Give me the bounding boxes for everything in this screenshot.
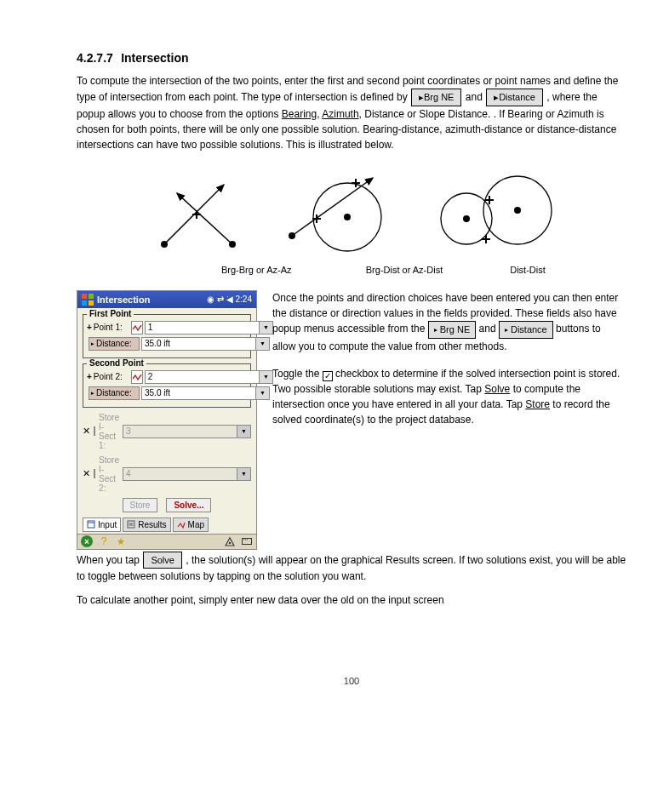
signal-icon: ⇄ [217,294,224,304]
heading-number: 4.2.7.7 [77,51,113,65]
label-distdist: Dist-Dist [468,265,587,275]
windows-logo-icon [82,294,94,306]
point1-label: Point 1: [94,323,129,332]
store-isect1-row: ✕ Store I-Sect 1: ▼ [83,413,251,450]
distance-button-ref: ▸Distance [486,89,543,106]
sync-icon: ◉ [207,294,214,304]
opt-bearing: Bearing [282,108,317,120]
dropdown-button[interactable]: ▼ [256,386,270,400]
point2-label: Point 2: [94,372,129,381]
section-heading: 4.2.7.7 Intersection [77,51,626,65]
page-number: 100 [77,676,626,686]
svg-point-2 [161,241,168,248]
window-title: Intersection [97,294,207,305]
paragraph-4: When you tap Solve , the solution(s) wil… [77,552,626,585]
tab-input[interactable]: Input [83,518,121,532]
checkbox-ref-icon: ✓ [323,371,333,381]
opt-azimuth: Azimuth [322,108,358,120]
close-icon[interactable]: × [81,535,93,547]
map-pick-button[interactable] [131,321,143,335]
tab-results[interactable]: Results [123,518,170,532]
first-point-group: First Point + Point 1: ▼ [83,314,251,358]
store-isect2-label: Store I-Sect 2: [99,455,119,493]
distance2-input[interactable] [141,386,256,400]
tab-map[interactable]: Map [173,518,209,532]
diagram-labels: Brg-Brg or Az-Az Brg-Dist or Az-Dist Dis… [77,265,626,275]
distance-button-ref: ▸Distance [499,321,553,339]
store-button[interactable]: Store [123,498,158,512]
svg-rect-26 [88,521,94,528]
keyboard-icon[interactable] [241,535,253,547]
distance-type-button[interactable]: ▸Distance: [89,337,140,351]
diagram-dist-dist [428,168,556,261]
solve-button[interactable]: Solve... [166,498,211,512]
svg-line-1 [177,193,232,244]
svg-point-9 [344,214,351,220]
dropdown-button[interactable]: ▼ [260,370,273,384]
input-tab-icon [87,520,95,529]
svg-rect-24 [82,300,87,306]
titlebar: Intersection ◉ ⇄ ◀ׂ 2:24 [77,291,256,308]
dropdown-button[interactable]: ▼ [256,337,270,351]
paragraph-1: To compute the intersection of the two p… [77,73,626,152]
map-pick-button[interactable] [131,370,143,384]
speaker-icon: ◀ׂ [226,294,233,304]
store-isect1-checkbox[interactable] [94,426,95,436]
favorite-icon[interactable]: ★ [115,535,127,547]
label-brgdist: Brg-Dist or Az-Dist [340,265,468,275]
second-point-legend: Second Point [87,358,146,368]
scissor-icon: ✕ [83,426,90,437]
svg-point-3 [229,241,236,248]
svg-rect-22 [82,294,87,299]
store-link: Store [525,398,550,410]
scissor-icon: ✕ [83,468,90,479]
svg-point-17 [514,207,521,214]
plus-icon: + [87,372,92,381]
clock-text: 2:24 [236,294,252,304]
bearing-button-ref: ▸Brg NE [411,89,461,106]
point1-input[interactable] [145,321,260,335]
statusbar: × ? ★ [77,534,256,549]
solve-button-ref: Solve [143,552,182,569]
bearing-button-ref: ▸Brg NE [428,321,476,339]
store-isect1-label: Store I-Sect 1: [99,413,119,450]
tab-row: Input Results Map [83,518,251,532]
store-isect1-input[interactable] [123,425,237,438]
map-tab-icon [177,520,186,529]
dropdown-button[interactable]: ▼ [260,321,273,335]
svg-point-7 [289,232,295,239]
dropdown-button[interactable]: ▼ [237,467,251,481]
device-window: Intersection ◉ ⇄ ◀ׂ 2:24 First Point + P… [77,290,257,550]
svg-rect-28 [128,521,134,528]
solve-link: Solve [484,383,510,395]
store-isect2-checkbox[interactable] [94,469,95,478]
paragraph-5: To calculate another point, simply enter… [77,592,626,608]
store-isect2-input[interactable] [123,467,237,481]
help-icon[interactable]: ? [98,535,110,547]
diagram-row [77,168,626,261]
second-point-group: Second Point + Point 2: ▼ [83,363,251,408]
dropdown-button[interactable]: ▼ [237,425,251,438]
point2-input[interactable] [145,370,260,384]
distance-type-button[interactable]: ▸Distance: [89,386,140,400]
diagram-brg-dist [279,168,398,261]
svg-point-31 [229,542,231,544]
svg-rect-23 [89,294,94,299]
panel: First Point + Point 1: ▼ [77,308,256,534]
first-point-legend: First Point [87,309,134,318]
plus-icon: + [87,323,92,332]
label-brgbrg: Brg-Brg or Az-Az [221,265,340,275]
svg-rect-25 [89,300,94,306]
paragraph-2: Once the points and direction choices ha… [272,290,626,354]
distance1-input[interactable] [141,337,256,351]
svg-point-15 [463,215,470,222]
diagram-brg-brg [147,172,249,257]
instrument-icon[interactable] [224,535,236,547]
paragraph-3: Toggle the ✓ checkbox to determine if th… [272,366,626,427]
right-column: Once the points and direction choices ha… [272,290,626,427]
store-isect2-row: ✕ Store I-Sect 2: ▼ [83,455,251,493]
results-tab-icon [127,520,135,529]
heading-title: Intersection [121,51,188,65]
